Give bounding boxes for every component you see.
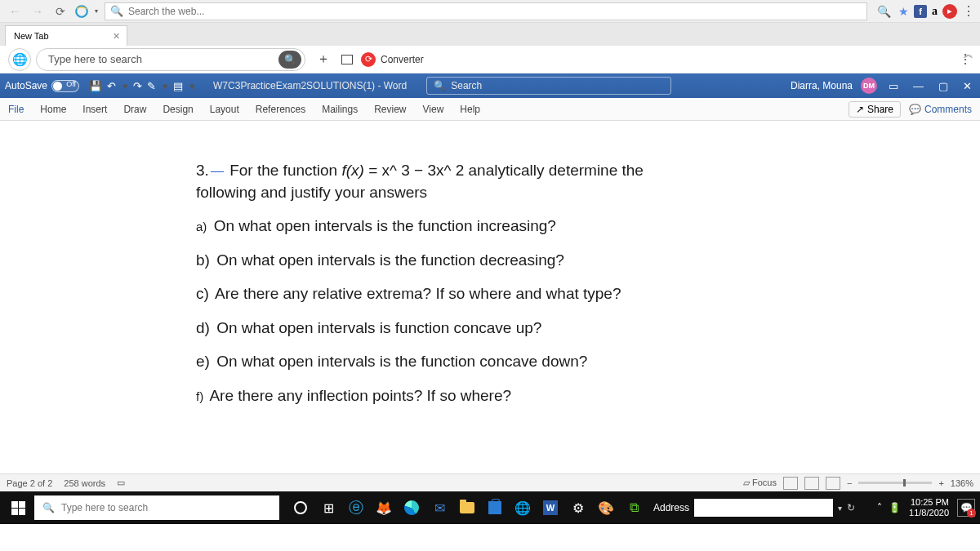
extension-bar: 🌐 Type here to search 🔍 ＋ ⟳ Converter ⋮ bbox=[0, 46, 980, 73]
tab-help[interactable]: Help bbox=[460, 104, 480, 115]
taskbar-clock[interactable]: 10:25 PM 11/8/2020 bbox=[906, 497, 952, 518]
document-canvas[interactable]: 3. For the function f(x) = x^ 3 − 3x^ 2 … bbox=[0, 121, 980, 473]
taskbar-search[interactable]: 🔍 Type here to search bbox=[34, 495, 279, 520]
firefox-icon[interactable]: 🦊 bbox=[371, 495, 397, 521]
tab-layout[interactable]: Layout bbox=[210, 104, 239, 115]
maximize-button[interactable]: ▢ bbox=[935, 80, 951, 92]
edge-icon[interactable] bbox=[399, 495, 425, 521]
search-right-icon[interactable]: 🔍 bbox=[874, 2, 893, 20]
paint-icon[interactable]: 🎨 bbox=[593, 495, 619, 521]
task-view-icon[interactable]: ⊞ bbox=[315, 495, 341, 521]
word-search-placeholder: Search bbox=[451, 80, 482, 91]
word-search-icon: 🔍 bbox=[434, 80, 446, 91]
minimize-button[interactable]: ― bbox=[910, 80, 927, 92]
print-layout-icon[interactable] bbox=[804, 477, 819, 490]
address-field[interactable] bbox=[694, 499, 833, 517]
ie-taskbar-icon[interactable]: ⓔ bbox=[343, 495, 369, 521]
notif-badge: 1 bbox=[967, 509, 976, 518]
tab-mailings[interactable]: Mailings bbox=[322, 104, 358, 115]
undo-icon[interactable]: ↶ bbox=[107, 80, 116, 92]
word-taskbar-icon[interactable]: W bbox=[537, 495, 564, 521]
customize-dropdown[interactable]: ▾ bbox=[163, 80, 168, 92]
notifications-icon[interactable]: 💬1 bbox=[957, 499, 975, 517]
customize-icon[interactable]: ✎ bbox=[147, 80, 156, 92]
battery-icon[interactable]: 🔋 bbox=[889, 502, 901, 513]
favorite-star-icon[interactable]: ★ bbox=[898, 5, 909, 18]
tab-view[interactable]: View bbox=[423, 104, 444, 115]
scroll-chevrons-icon[interactable]: ︽ bbox=[964, 47, 973, 61]
tab-home[interactable]: Home bbox=[40, 104, 66, 115]
word-search[interactable]: 🔍 Search bbox=[426, 77, 671, 95]
forward-button[interactable]: → bbox=[28, 2, 47, 20]
ext-search-button[interactable]: 🔍 bbox=[278, 51, 301, 69]
browser-tab-strip: New Tab ✕ bbox=[0, 23, 980, 46]
qa-extra-icon[interactable]: ▤ bbox=[173, 80, 183, 92]
address-bar[interactable]: 🔍 bbox=[105, 2, 867, 20]
ext-search[interactable]: Type here to search 🔍 bbox=[36, 48, 305, 71]
close-tab-icon[interactable]: ✕ bbox=[113, 31, 120, 42]
clock-time: 10:25 PM bbox=[909, 497, 949, 508]
zoom-level[interactable]: 136% bbox=[951, 478, 973, 488]
facebook-icon[interactable]: f bbox=[914, 5, 927, 18]
browser-menu-icon[interactable]: ⋮ bbox=[962, 3, 975, 19]
word-count[interactable]: 258 words bbox=[64, 478, 105, 488]
mail-icon[interactable]: ✉ bbox=[426, 495, 452, 521]
amazon-icon[interactable]: a bbox=[932, 5, 938, 18]
address-dropdown-icon[interactable]: ▾ bbox=[838, 504, 842, 513]
redo-icon[interactable]: ↷ bbox=[133, 80, 142, 92]
document-page: 3. For the function f(x) = x^ 3 − 3x^ 2 … bbox=[180, 121, 800, 473]
autosave: AutoSave Off bbox=[5, 80, 79, 92]
browser-globe-icon[interactable]: 🌐 bbox=[510, 495, 536, 521]
acer-icon[interactable]: ⧉ bbox=[621, 495, 647, 521]
tab-references[interactable]: References bbox=[256, 104, 305, 115]
question-a: a) On what open intervals is the functio… bbox=[196, 215, 776, 238]
settings-icon[interactable]: ⚙ bbox=[565, 495, 591, 521]
file-explorer-icon[interactable] bbox=[454, 495, 480, 521]
new-tab-plus-icon[interactable]: ＋ bbox=[310, 51, 336, 68]
tab-design[interactable]: Design bbox=[163, 104, 193, 115]
web-layout-icon[interactable] bbox=[826, 477, 840, 490]
proofing-icon[interactable]: ▭ bbox=[117, 478, 125, 488]
converter-button[interactable]: ⟳ Converter bbox=[358, 52, 427, 67]
start-button[interactable] bbox=[5, 495, 31, 521]
tab-insert[interactable]: Insert bbox=[82, 104, 107, 115]
read-mode-icon[interactable] bbox=[783, 477, 798, 490]
zoom-in-icon[interactable]: + bbox=[938, 478, 943, 488]
reload-button[interactable]: ⟳ bbox=[51, 2, 70, 20]
window-icon[interactable] bbox=[341, 55, 353, 64]
close-button[interactable]: ✕ bbox=[960, 80, 975, 92]
question-e: e) On what open intervals is the functio… bbox=[196, 350, 776, 373]
address-label: Address bbox=[653, 502, 689, 513]
page-indicator[interactable]: Page 2 of 2 bbox=[7, 478, 52, 488]
tab-draw[interactable]: Draw bbox=[123, 104, 146, 115]
share-button[interactable]: ↗ Share bbox=[849, 101, 901, 118]
focus-mode[interactable]: ▱ Focus bbox=[743, 478, 777, 488]
ie-icon bbox=[74, 3, 90, 20]
store-icon[interactable] bbox=[482, 495, 508, 521]
ie-dropdown[interactable]: ▾ bbox=[95, 7, 98, 15]
undo-dropdown[interactable]: ▾ bbox=[122, 80, 128, 92]
back-button[interactable]: ← bbox=[5, 2, 24, 20]
user-avatar[interactable]: DM bbox=[861, 78, 877, 94]
tray-chevron-icon[interactable]: ˄ bbox=[877, 502, 882, 513]
globe-icon[interactable]: 🌐 bbox=[8, 48, 31, 71]
comments-label: Comments bbox=[924, 104, 972, 115]
question-d: d) On what open intervals is function co… bbox=[196, 317, 776, 340]
extension-icon[interactable]: ▸ bbox=[942, 4, 957, 19]
cortana-icon[interactable] bbox=[287, 495, 314, 521]
qat-overflow[interactable]: ▾ bbox=[189, 80, 195, 92]
address-input[interactable] bbox=[128, 6, 862, 17]
ribbon-tabs: File Home Insert Draw Design Layout Refe… bbox=[0, 98, 980, 121]
ribbon-display-icon[interactable]: ▭ bbox=[885, 80, 902, 92]
address-refresh-icon[interactable]: ↻ bbox=[847, 502, 855, 513]
autosave-toggle[interactable]: Off bbox=[51, 80, 79, 92]
tab-review[interactable]: Review bbox=[374, 104, 406, 115]
browser-tab[interactable]: New Tab ✕ bbox=[5, 25, 127, 46]
question-heading: 3. For the function f(x) = x^ 3 − 3x^ 2 … bbox=[196, 160, 776, 203]
tab-file[interactable]: File bbox=[8, 104, 24, 115]
zoom-out-icon[interactable]: − bbox=[847, 478, 852, 488]
save-icon[interactable]: 💾 bbox=[89, 80, 102, 92]
zoom-slider[interactable] bbox=[858, 482, 932, 484]
question-b: b) On what open intervals is the functio… bbox=[196, 249, 776, 272]
comments-button[interactable]: 💬 Comments bbox=[909, 101, 972, 118]
